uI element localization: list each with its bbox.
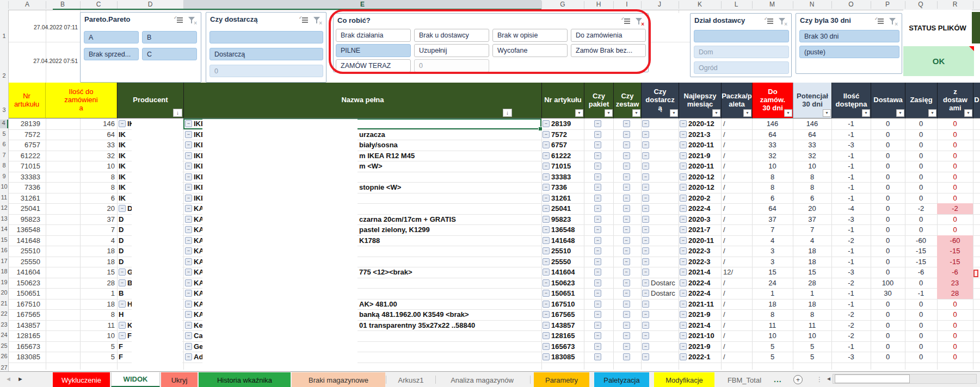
- collapse-icon[interactable]: −: [185, 311, 192, 318]
- cell-b-15[interactable]: 4: [46, 235, 117, 246]
- collapse-icon[interactable]: −: [594, 301, 601, 308]
- cell-b-19[interactable]: 28: [46, 278, 117, 289]
- sheet-tab-fbm-total[interactable]: FBM_Total: [719, 372, 769, 387]
- collapse-icon[interactable]: −: [594, 322, 601, 329]
- row-number-23[interactable]: 23: [0, 321, 8, 330]
- filter-dropdown-icon[interactable]: [862, 109, 870, 117]
- slicer-button[interactable]: C: [142, 48, 197, 60]
- cell-zdostawami-12[interactable]: -2: [937, 203, 973, 214]
- collapse-icon[interactable]: −: [623, 141, 630, 148]
- cell-zdostawami-4[interactable]: 0: [937, 118, 973, 129]
- cell-ilosc-6[interactable]: -3: [831, 140, 871, 151]
- cell-ilosc-10[interactable]: -1: [831, 182, 871, 193]
- column-header-j[interactable]: Czy dostarczą: [641, 83, 679, 118]
- collapse-icon[interactable]: −: [543, 353, 550, 360]
- collapse-icon[interactable]: −: [623, 322, 630, 329]
- cell-pakiet-15[interactable]: −: [584, 235, 613, 246]
- collapse-icon[interactable]: −: [680, 290, 687, 297]
- cell-paczka-18[interactable]: 12/: [721, 267, 752, 278]
- filter-dropdown-icon[interactable]: [670, 109, 678, 117]
- cell-zasieg-20[interactable]: -1: [905, 288, 937, 299]
- collapse-icon[interactable]: −: [543, 311, 550, 318]
- cell-b-24[interactable]: 10: [46, 330, 117, 341]
- cell-potencjal-19[interactable]: 28: [793, 278, 831, 289]
- cell-dozamow-5[interactable]: 64: [752, 129, 793, 140]
- column-header-d[interactable]: Producent↓: [117, 83, 183, 118]
- collapse-icon[interactable]: −: [543, 343, 550, 350]
- cell-miesiac-4[interactable]: −2020-12: [679, 118, 721, 129]
- cell-zasieg-15[interactable]: -60: [905, 235, 937, 246]
- cell-ilosc-8[interactable]: -1: [831, 161, 871, 172]
- cell-dostawa-26[interactable]: 0: [871, 352, 905, 363]
- cell-zdostawami-16[interactable]: -15: [937, 246, 973, 257]
- collapse-icon[interactable]: −: [642, 311, 649, 318]
- cell-zdostawami-23[interactable]: 0: [937, 320, 973, 331]
- cell-zdostawami-6[interactable]: 0: [937, 140, 973, 151]
- column-letter-A[interactable]: A: [25, 1, 29, 8]
- cell-dostarcza-15[interactable]: −: [641, 235, 679, 246]
- cell-potencjal-8[interactable]: 10: [793, 161, 831, 172]
- cell-pakiet-13[interactable]: −: [584, 214, 613, 225]
- cell-miesiac-7[interactable]: −2021-9: [679, 151, 721, 161]
- column-letter-K[interactable]: K: [698, 1, 702, 8]
- cell-paczka-7[interactable]: /: [721, 151, 752, 161]
- filter-dropdown-icon[interactable]: [928, 109, 936, 117]
- cell-nr-4[interactable]: −28139: [541, 118, 584, 129]
- column-header-pot[interactable]: Potencjał 30 dni: [793, 83, 831, 118]
- collapse-icon[interactable]: −: [680, 226, 687, 233]
- cell-b-20[interactable]: 1: [46, 288, 117, 299]
- cell-dozamow-17[interactable]: 3: [752, 257, 793, 267]
- scrollbar-thumb[interactable]: [835, 374, 910, 383]
- cell-paczka-23[interactable]: /: [721, 320, 752, 331]
- sheet-tab-parametry[interactable]: Parametry: [534, 372, 589, 387]
- cell-zestaw-4[interactable]: −: [613, 118, 641, 129]
- multiselect-icon[interactable]: [174, 16, 183, 23]
- column-header-k[interactable]: Najlepszy miesiąc: [679, 83, 721, 118]
- slicer-button[interactable]: [209, 31, 323, 43]
- cell-paczka-17[interactable]: /: [721, 257, 752, 267]
- cell-ilosc-21[interactable]: -1: [831, 299, 871, 310]
- multiselect-icon[interactable]: [299, 16, 309, 23]
- cell-zdostawami-18[interactable]: -6: [937, 267, 973, 278]
- column-header-b[interactable]: Ilość do zamówienia: [46, 83, 117, 118]
- collapse-icon[interactable]: −: [594, 353, 601, 360]
- cell-a-20[interactable]: 150651: [8, 288, 46, 299]
- cell-ilosc-25[interactable]: -1: [831, 341, 871, 352]
- collapse-icon[interactable]: −: [623, 269, 630, 276]
- cell-miesiac-25[interactable]: −2021-9: [679, 341, 721, 352]
- cell-zestaw-20[interactable]: −: [613, 288, 641, 299]
- collapse-icon[interactable]: −: [185, 237, 192, 244]
- cell-dostawa-13[interactable]: 0: [871, 214, 905, 225]
- column-letter-R[interactable]: R: [953, 1, 958, 8]
- multiselect-icon[interactable]: [765, 17, 774, 24]
- cell-ilosc-16[interactable]: -1: [831, 246, 871, 257]
- cell-dostarcza-14[interactable]: −: [641, 224, 679, 235]
- slicer-button[interactable]: Brak u dostawcy: [414, 29, 489, 42]
- collapse-icon[interactable]: −: [594, 226, 601, 233]
- cell-zdostawami-26[interactable]: 0: [937, 352, 973, 363]
- cell-a-11[interactable]: 31261: [8, 193, 46, 204]
- cell-potencjal-14[interactable]: 7: [793, 224, 831, 235]
- cell-paczka-24[interactable]: /: [721, 330, 752, 341]
- cell-dostarcza-12[interactable]: −: [641, 203, 679, 214]
- collapse-icon[interactable]: −: [543, 237, 550, 244]
- cell-b-21[interactable]: 18: [46, 299, 117, 310]
- collapse-icon[interactable]: −: [543, 258, 550, 265]
- column-letter-B[interactable]: B: [60, 1, 65, 8]
- collapse-icon[interactable]: −: [642, 247, 649, 254]
- slicer-button[interactable]: 0: [209, 65, 323, 77]
- row-number-14[interactable]: 14: [0, 226, 8, 234]
- collapse-icon[interactable]: −: [185, 163, 192, 170]
- row-number-7[interactable]: 7: [0, 152, 8, 160]
- collapse-icon[interactable]: −: [642, 322, 649, 329]
- cell-ilosc-14[interactable]: -1: [831, 224, 871, 235]
- collapse-icon[interactable]: −: [642, 195, 649, 202]
- cell-nr-18[interactable]: −141604: [541, 267, 584, 278]
- cell-zdostawami-15[interactable]: -60: [937, 235, 973, 246]
- cell-nr-17[interactable]: −25550: [541, 257, 584, 267]
- cell-potencjal-20[interactable]: 1: [793, 288, 831, 299]
- clear-filter-icon[interactable]: ×: [635, 17, 643, 26]
- cell-zestaw-8[interactable]: −: [613, 161, 641, 172]
- collapse-icon[interactable]: −: [119, 120, 126, 127]
- cell-zdostawami-17[interactable]: -15: [937, 257, 973, 267]
